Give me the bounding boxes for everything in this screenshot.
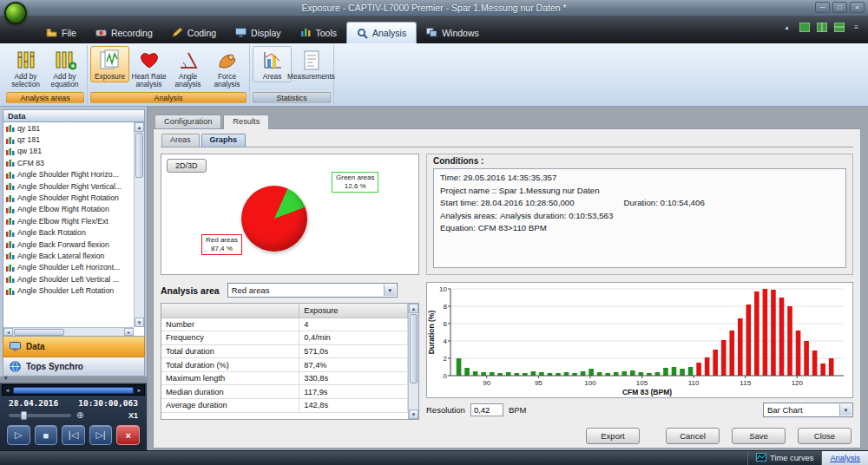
zoom-slider-handle[interactable] [21,411,27,420]
list-item[interactable]: Angle Shoulder Left Rotation [3,285,134,296]
zoom-plus-icon[interactable]: ⊕ [76,410,83,420]
scrollbar-thumb[interactable] [14,329,64,336]
scroll-down-icon[interactable]: ▼ [135,318,144,327]
scroll-down-icon[interactable]: ▼ [409,409,418,419]
tab-recording[interactable]: Recording [86,22,162,43]
signal-icon [6,171,15,179]
layout-3-icon[interactable] [832,22,845,33]
tab-display[interactable]: Display [226,22,290,43]
chevron-down-icon[interactable]: ▼ [384,285,396,296]
timeline-right-icon[interactable]: ► [135,388,144,393]
scrollbar-thumb[interactable] [135,133,143,178]
list-item[interactable]: Angle Elbow Right Rotation [3,204,134,215]
save-button[interactable]: Save [732,428,786,444]
close-button[interactable]: × [850,2,865,13]
export-button[interactable]: Export [586,428,640,444]
add-by-selection-button[interactable]: Add by selection [6,46,45,90]
menu-icon[interactable]: ≡ [850,22,863,33]
main-tab-bar: Configuration Results [153,115,861,128]
folder-icon [46,28,57,37]
list-item[interactable]: Angle Back Rotation [3,227,134,239]
scroll-up-icon[interactable]: ▲ [135,122,144,132]
marker-icon[interactable]: ▾ [4,375,8,382]
list-item-label: Angle Shoulder Right Vertical... [17,182,122,191]
step-forward-button[interactable]: ▷| [89,425,113,445]
areas-button[interactable]: Areas [253,46,292,82]
list-item[interactable]: qz 181 [3,134,134,145]
close-results-button[interactable]: Close [798,428,852,444]
vertical-scrollbar[interactable]: ▲ ▼ [134,122,144,327]
tab-tools[interactable]: Tools [291,22,347,43]
exposure-button[interactable]: Exposure [90,46,129,82]
maximize-button[interactable]: □ [832,2,847,13]
tab-file[interactable]: File [36,22,86,43]
step-back-button[interactable]: |◁ [62,425,85,445]
play-button[interactable]: ▷ [7,425,30,445]
horizontal-scrollbar[interactable]: ◂ ▸ [3,327,134,336]
scrollbar-thumb[interactable] [410,314,418,383]
angle-analysis-button[interactable]: Angle analysis [168,46,207,90]
datetime-row: 28.04.2016 10:30:00,063 [0,396,147,409]
list-item[interactable]: Angle Back Lateral flexion [3,250,134,261]
scroll-right-icon[interactable]: ▸ [124,328,134,336]
table-cell: Total duration (%) [161,358,299,372]
list-item[interactable]: CFM 83 [3,157,134,168]
heart-rate-analysis-button[interactable]: Heart Rate analysis [129,46,168,90]
measurements-button[interactable]: Measurements [292,46,331,82]
cancel-button[interactable]: Cancel [666,428,720,444]
list-item[interactable]: qw 181 [3,146,134,157]
list-item[interactable]: Angle Shoulder Right Rotation [3,192,134,203]
force-icon [216,49,239,72]
force-analysis-button[interactable]: Force analysis [207,46,247,90]
list-item[interactable]: qy 181 [3,122,134,134]
timeline-range-bar[interactable] [13,387,134,394]
list-item[interactable]: Angle Back Forward flexion [3,239,134,250]
sidebar-item-data[interactable]: Data [3,337,145,357]
list-item[interactable]: Angle Elbow Right Flex/Ext [3,215,134,226]
tab-areas[interactable]: Areas [161,134,200,147]
list-item-label: Angle Back Forward flexion [17,240,109,249]
timeline-marker-strip[interactable]: ▾ [0,377,147,383]
stop-button[interactable]: ■ [35,425,58,445]
scroll-up-icon[interactable]: ▲ [409,304,418,313]
list-item[interactable]: Angle Shoulder Right Horizo... [3,169,134,180]
statusbar-item-time-curves[interactable]: Time curves [747,451,821,465]
statusbar-item-analysis[interactable]: Analysis [821,451,868,465]
timeline-left-icon[interactable]: ◄ [3,388,12,393]
chart-type-select[interactable]: Bar Chart ▼ [763,403,853,417]
analysis-area-select[interactable]: Red areas ▼ [227,283,398,298]
list-item[interactable]: Angle Shoulder Left Horizont... [3,262,134,273]
toggle-2d3d-button[interactable]: 2D/3D [167,159,207,173]
scroll-left-icon[interactable]: ◂ [3,328,13,336]
list-item[interactable]: Angle Shoulder Right Vertical... [3,180,134,192]
timeline-scrollbar[interactable]: ◄ ► [2,384,145,396]
close-playback-button[interactable]: × [116,425,140,445]
table-header: Exposure [299,304,408,318]
collapse-ribbon-icon[interactable]: ▴ [780,22,793,33]
tab-coding[interactable]: Coding [162,22,226,43]
recorder-icon [95,28,107,37]
layout-2-icon[interactable] [815,22,828,33]
tab-configuration[interactable]: Configuration [155,115,221,128]
list-item-label: Angle Elbow Right Rotation [17,205,109,213]
table-cell: 87,4% [299,358,408,372]
chevron-down-icon[interactable]: ▼ [839,404,852,416]
tab-results[interactable]: Results [223,115,269,129]
sidebar-item-tops-synchro[interactable]: Tops Synchro [3,357,145,377]
tab-graphs[interactable]: Graphs [201,134,247,147]
minimize-button[interactable]: ─ [815,2,830,13]
tab-windows[interactable]: Windows [417,22,489,43]
areas-chart-icon [261,49,284,72]
resolution-input[interactable] [470,403,503,416]
zoom-slider[interactable] [9,414,71,417]
vertical-scrollbar[interactable]: ▲ ▼ [408,304,418,419]
list-item[interactable]: Angle Shoulder Left Vertical ... [3,273,134,285]
layout-1-icon[interactable] [798,22,811,33]
list-item-label: qw 181 [17,147,42,155]
add-by-equation-button[interactable]: Add by equation [45,46,84,90]
tab-analysis[interactable]: Analysis [346,22,417,43]
table-cell: 142,8s [299,399,408,413]
ribbon-item-label: Force analysis [209,73,245,88]
table-cell: 0,4/min [299,331,408,345]
signal-icon [6,264,15,272]
